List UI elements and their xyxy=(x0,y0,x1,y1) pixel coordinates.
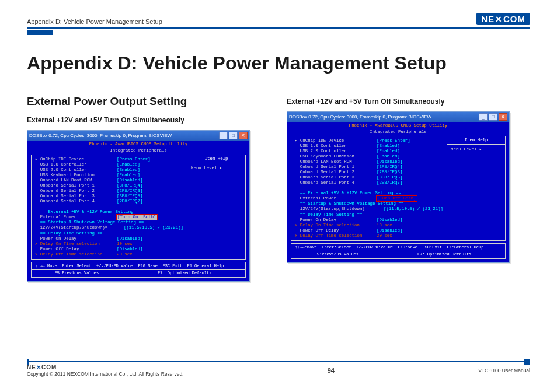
bios-section: == Startup & Shutdown Voltage Setting == xyxy=(35,220,144,225)
bios-row-label: Onboard Serial Port 3 xyxy=(295,175,377,180)
bios-row-value[interactable]: [Enabled] xyxy=(117,167,140,173)
bios-row-value[interactable]: [2F8/IRQ3] xyxy=(117,188,142,194)
left-subheading: External +12V and +5V Turn On Simultaneo… xyxy=(27,116,270,124)
minimize-icon[interactable]: _ xyxy=(479,113,488,121)
bios-row-label: Power On Delay xyxy=(295,218,377,223)
bios-row-label: Onboard LAN Boot ROM xyxy=(35,178,117,183)
copyright: Copyright © 2011 NEXCOM International Co… xyxy=(27,371,183,377)
doc-name: VTC 6100 User Manual xyxy=(478,368,530,373)
page-title: Appendix D: Vehicle Power Management Set… xyxy=(27,52,530,74)
bios-row-value: 10 sec xyxy=(377,223,392,228)
bios-row-value[interactable]: [Enabled] xyxy=(117,173,140,178)
bios-row-value[interactable]: [2E8/IRQ7] xyxy=(117,199,142,204)
bios-title-1: Phoenix - AwardBIOS CMOS Setup Utility xyxy=(89,142,188,146)
bios-row-label: Power Off Delay xyxy=(35,247,117,252)
bios-row-value[interactable]: [Disabled] xyxy=(117,236,142,242)
bios-row-value[interactable]: [3F8/IRQ4] xyxy=(377,164,402,170)
close-icon[interactable]: ✕ xyxy=(499,113,507,121)
bios-row-label: USB 1.0 Controller xyxy=(295,144,377,149)
bios-row-label: ▸ OnChip IDE Device xyxy=(35,157,117,162)
bios-row-value[interactable]: [Disabled] xyxy=(117,178,142,183)
bios-row-value[interactable]: [Disabled] xyxy=(377,159,402,164)
bios-row-label: x Delay On Time selection xyxy=(295,223,377,228)
section-heading: External Power Output Setting xyxy=(27,95,270,108)
bios-row-value: 20 sec xyxy=(117,252,133,257)
bios-row-label: Onboard Serial Port 1 xyxy=(35,183,117,188)
bios-row-value[interactable]: [Disabled] xyxy=(117,247,142,252)
item-help-heading: Item Help xyxy=(187,155,245,163)
bios-row-label: Onboard Serial Port 2 xyxy=(295,170,377,175)
bios-row-label: USB Keyboard Function xyxy=(35,173,117,178)
bios-row-label: Onboard Serial Port 3 xyxy=(35,194,117,199)
bios-row-label: Onboard Serial Port 4 xyxy=(295,180,377,186)
voltage-value[interactable]: [(11.5,10.5) / (23,21)] xyxy=(124,225,183,230)
logo-x-icon: ✕ xyxy=(495,15,503,24)
minimize-icon[interactable]: _ xyxy=(219,132,228,139)
bios-row-value[interactable]: [Disabled] xyxy=(377,228,402,233)
voltage-label: 12V/24V(Startup,Shutdown)= xyxy=(35,225,124,230)
right-column: External +12V and +5V Turn Off Simultane… xyxy=(287,95,530,263)
item-help-heading: Item Help xyxy=(447,136,505,145)
bios-row-label: x Delay Off Time selection xyxy=(295,233,377,239)
left-column: External Power Output Setting External +… xyxy=(27,95,270,282)
bios-row-value[interactable]: [Press Enter] xyxy=(377,138,410,144)
bios-row-label: Power Off Delay xyxy=(295,228,377,233)
bios-row-value[interactable]: [Press Enter] xyxy=(117,157,151,162)
bios-title-1: Phoenix - AwardBIOS CMOS Setup Utility xyxy=(349,123,448,128)
bios-title-2: Integrated Peripherals xyxy=(27,147,249,153)
help-line-1: ↑↓→←:Move Enter:Select +/-/PU/PD:Value F… xyxy=(291,243,506,252)
brand-logo: NE✕COM xyxy=(476,13,530,25)
right-subheading: External +12V and +5V Turn Off Simultane… xyxy=(287,97,530,106)
bios-row-value[interactable]: [Enabled] xyxy=(377,149,400,154)
help-line-2: F5:Previous Values F7: Optimized Default… xyxy=(291,251,506,259)
bios-section: == Startup & Shutdown Voltage Setting == xyxy=(295,201,403,206)
bios-title-2: Integrated Peripherals xyxy=(287,128,509,135)
external-power-label: External Power xyxy=(295,196,377,201)
bios-row-label: Onboard LAN Boot ROM xyxy=(295,159,377,164)
bios-row-label: USB 1.0 Controller xyxy=(35,162,117,167)
bios-window-off: DOSBox 0.72, Cpu Cycles: 3000, Frameskip… xyxy=(287,111,510,263)
bios-row-value[interactable]: [2F8/IRQ3] xyxy=(377,170,402,175)
bios-section: == External +5V & +12V Power Setting == xyxy=(295,191,401,196)
bios-row-value[interactable]: [Disabled] xyxy=(377,218,402,223)
bios-section: == Delay Time Setting == xyxy=(295,212,362,218)
external-power-value[interactable]: [Turn Off Both] xyxy=(377,196,417,201)
bios-row-label: USB 2.0 Controller xyxy=(35,167,117,173)
bios-row-value[interactable]: [Enabled] xyxy=(377,144,400,149)
bios-row-value[interactable]: [3F8/IRQ4] xyxy=(117,183,142,188)
bios-row-value[interactable]: [2E8/IRQ7] xyxy=(377,180,402,186)
external-power-value[interactable]: [Turn On Both] xyxy=(117,215,157,220)
voltage-value[interactable]: [(11.5,10.5) / (23,21)] xyxy=(384,206,443,212)
bios-row-value: 10 sec xyxy=(117,242,133,247)
bios-row-value[interactable]: [3E8/IRQ5] xyxy=(117,194,142,199)
bios-row-label: USB 2.0 Controller xyxy=(295,149,377,154)
bios-row-label: ▸ OnChip IDE Device xyxy=(295,138,377,144)
bios-row-value[interactable]: [Enabled] xyxy=(117,162,140,167)
bios-row-label: x Delay Off Time selection xyxy=(35,252,117,257)
bios-row-label: x Delay On Time selection xyxy=(35,242,117,247)
bios-row-value: 20 sec xyxy=(377,233,392,239)
bios-section: == External +5V & +12V Power Setting == xyxy=(35,209,141,215)
window-title-off: DOSBox 0.72, Cpu Cycles: 3000, Frameskip… xyxy=(289,114,431,120)
bios-row-value[interactable]: [Enabled] xyxy=(377,154,400,159)
voltage-label: 12V/24V(Startup,Shutdown)= xyxy=(295,206,384,212)
external-power-label: External Power xyxy=(35,215,117,220)
bios-row-label: Onboard Serial Port 4 xyxy=(35,199,117,204)
menu-level-line: Menu Level ▸ xyxy=(451,147,502,152)
bios-section: == Delay Time Setting == xyxy=(35,231,102,236)
maximize-icon[interactable]: □ xyxy=(489,113,497,121)
close-icon[interactable]: ✕ xyxy=(239,132,248,139)
window-title-on: DOSBox 0.72, Cpu Cycles: 3000, Frameskip… xyxy=(29,133,172,138)
bios-row-label: Onboard Serial Port 2 xyxy=(35,188,117,194)
header-rule xyxy=(27,27,530,29)
bios-row-label: USB Keyboard Function xyxy=(295,154,377,159)
page-number: 94 xyxy=(328,367,335,374)
bios-row-value[interactable]: [3E8/IRQ5] xyxy=(377,175,402,180)
bios-row-label: Onboard Serial Port 1 xyxy=(295,164,377,170)
breadcrumb: Appendix D: Vehicle Power Management Set… xyxy=(27,18,162,25)
footer-logo: NE✕COM xyxy=(27,364,183,370)
maximize-icon[interactable]: □ xyxy=(229,132,238,139)
menu-level-line: Menu Level ▸ xyxy=(191,166,242,171)
bios-row-label: Power On Delay xyxy=(35,236,117,242)
help-line-1: ↑↓→←:Move Enter:Select +/-/PU/PD:Value F… xyxy=(31,262,246,271)
